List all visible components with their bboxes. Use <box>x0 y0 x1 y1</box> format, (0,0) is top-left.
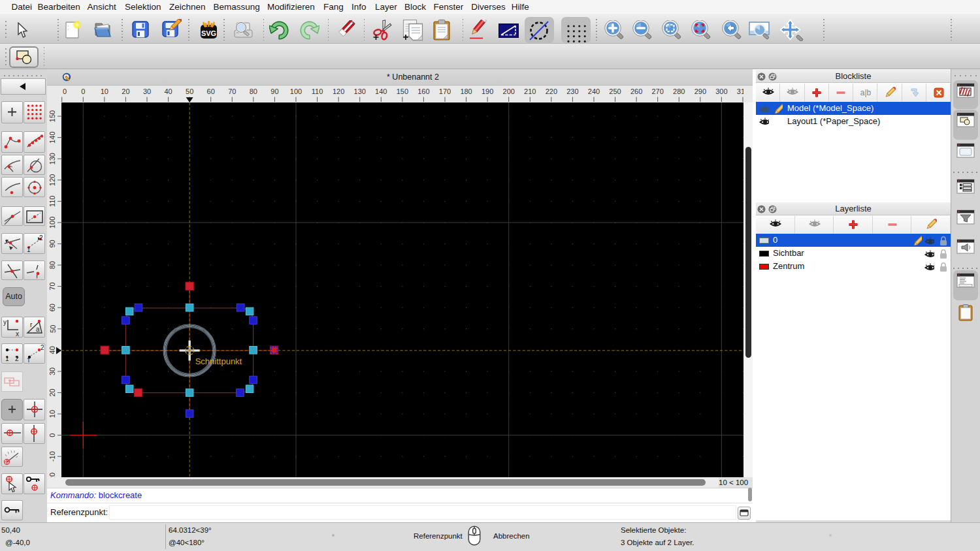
svg-text:90: 90 <box>270 87 278 95</box>
svg-text:-10: -10 <box>49 451 57 462</box>
svg-text:210: 210 <box>524 87 536 95</box>
svg-text:190: 190 <box>482 87 493 95</box>
svg-text:40: 40 <box>49 346 57 354</box>
svg-text:200: 200 <box>503 87 515 95</box>
svg-text:x: x <box>16 330 19 336</box>
svg-text:130: 130 <box>49 153 57 165</box>
svg-text:-20: -20 <box>49 473 57 477</box>
svg-text:120: 120 <box>333 87 344 95</box>
svg-text:1: 1 <box>27 246 31 253</box>
svg-text:150: 150 <box>49 110 57 122</box>
svg-text:70: 70 <box>49 282 57 290</box>
svg-text:60: 60 <box>207 87 215 95</box>
svg-text:240: 240 <box>588 87 600 95</box>
svg-text:90: 90 <box>49 240 57 247</box>
svg-text:250: 250 <box>609 87 621 95</box>
svg-text:Schnittpunkt: Schnittpunkt <box>195 356 242 366</box>
svg-text:80: 80 <box>250 87 257 95</box>
svg-text:SVG: SVG <box>201 29 216 37</box>
svg-text:170: 170 <box>439 87 451 95</box>
svg-text:80: 80 <box>49 261 57 269</box>
svg-text:0: 0 <box>81 87 85 95</box>
svg-text:230: 230 <box>566 87 578 95</box>
svg-text:140: 140 <box>375 87 387 95</box>
svg-text:0: 0 <box>48 433 56 437</box>
svg-text:!: ! <box>36 274 38 279</box>
svg-text:220: 220 <box>546 87 557 95</box>
svg-text:r: r <box>30 321 33 328</box>
svg-text:300: 300 <box>715 87 727 95</box>
svg-text:a: a <box>36 326 40 333</box>
svg-text:60: 60 <box>49 304 57 311</box>
svg-text:150: 150 <box>397 87 408 95</box>
svg-text:50: 50 <box>186 87 193 95</box>
svg-text:0: 0 <box>63 87 67 95</box>
svg-text:120: 120 <box>49 174 57 186</box>
svg-text:160: 160 <box>417 87 429 95</box>
svg-text:70: 70 <box>228 87 236 95</box>
svg-text:280: 280 <box>673 87 685 95</box>
svg-text:y: y <box>3 319 7 326</box>
svg-text:110: 110 <box>312 87 323 95</box>
svg-text:270: 270 <box>652 87 664 95</box>
svg-text:140: 140 <box>49 131 57 143</box>
svg-text:180: 180 <box>460 87 472 95</box>
svg-text:2: 2 <box>41 345 44 351</box>
svg-text:1: 1 <box>27 357 31 362</box>
svg-text:100: 100 <box>49 217 57 228</box>
svg-text:20: 20 <box>122 87 129 95</box>
svg-text:2: 2 <box>39 234 43 242</box>
svg-text:50: 50 <box>49 325 57 333</box>
svg-text:20: 20 <box>49 388 57 396</box>
svg-text:110: 110 <box>49 196 57 208</box>
svg-text:290: 290 <box>694 87 706 95</box>
svg-text:130: 130 <box>354 87 366 95</box>
svg-text:30: 30 <box>143 87 151 95</box>
svg-text:a|b: a|b <box>860 88 871 97</box>
svg-text:40: 40 <box>164 87 172 95</box>
svg-text:30: 30 <box>49 368 57 375</box>
svg-text:10: 10 <box>101 87 108 95</box>
svg-text:10: 10 <box>49 410 57 418</box>
svg-text:310: 310 <box>737 87 749 95</box>
svg-text:260: 260 <box>630 87 642 95</box>
svg-text:100: 100 <box>290 87 302 95</box>
